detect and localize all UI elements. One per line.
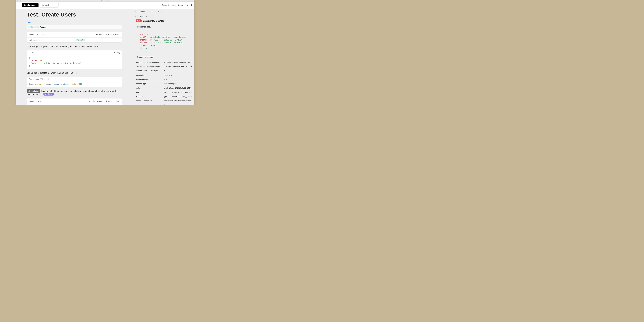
edited-label: Edited 4 minutes xyxy=(162,4,176,6)
imported-headers-panel: Imported Headers Source: Create Users Au… xyxy=(27,32,122,42)
header-key: access-control-allow-origin xyxy=(135,69,162,73)
header-row[interactable]: Authorization {{token}} xyxy=(27,38,122,42)
header-value: {{token}} xyxy=(74,38,122,42)
maximize-window-icon[interactable] xyxy=(20,0,21,1)
link-icon xyxy=(106,34,108,36)
page-title: Test: Create Users xyxy=(27,12,122,18)
body-paragraph[interactable]: Overriding the imported JSON block with … xyxy=(27,45,122,48)
cloud-icon xyxy=(42,4,44,6)
http-method[interactable]: post xyxy=(27,21,122,24)
header-key: content-type xyxy=(135,82,162,86)
source-label: Source: xyxy=(96,34,103,36)
header-row: content-length162 xyxy=(135,77,192,82)
header-row: connectionkeep-alive xyxy=(135,73,192,77)
test-report-toggle[interactable]: ⌄ Test Report xyxy=(134,14,192,18)
url-input[interactable]: {{base}} /users xyxy=(27,25,122,29)
header-key: server xyxy=(135,103,162,105)
editor-pane: Test: Create Users post {{base}} /users … xyxy=(16,9,132,105)
header-key: report-to xyxy=(135,94,162,98)
traffic-lights xyxy=(17,0,21,1)
json-block-panel: JSON Prettify { "name": null, "email": "… xyxy=(27,50,122,69)
body-paragraph[interactable]: @johndorian johndorian have a look at th… xyxy=(27,89,122,96)
url-path: /users xyxy=(39,26,46,28)
header-row: content-typeapplication/json xyxy=(135,82,192,86)
inline-code: null xyxy=(69,72,75,74)
json-editor[interactable]: { "name" : "John Dorian", "email" : "joh… xyxy=(27,104,122,105)
response-pane: 201 Created 394 ms 1.07 KB ⌄ Test Report… xyxy=(132,9,194,105)
status-code: 201 Created xyxy=(135,10,146,12)
imported-json-panel: Imported JSON Prettify Source: Create Us… xyxy=(27,98,122,105)
imported-headers-title: Imported Headers xyxy=(28,34,44,36)
header-key: nel xyxy=(135,90,162,94)
svg-rect-0 xyxy=(190,4,192,6)
response-body-toggle[interactable]: ⌄ Response body xyxy=(134,24,192,29)
header-value: {"group":"heroku-nel","max_age":36 xyxy=(162,94,192,98)
url-variable: {{base}} xyxy=(28,26,39,28)
main-toolbar: Send request local ⌃⌄ Edited 4 minutes S… xyxy=(16,2,194,9)
header-value: * xyxy=(162,69,192,73)
header-key: Authorization xyxy=(27,38,74,42)
titlebar: ApyHub Fusion xyxy=(16,0,194,2)
user-mention[interactable]: @johndorian xyxy=(27,89,40,93)
environment-select[interactable]: local ⌃⌄ xyxy=(40,3,59,8)
status-time: 394 ms xyxy=(147,10,154,12)
response-headers-toggle[interactable]: ⌄ Response headers xyxy=(134,54,192,59)
fail-badge: Fail xyxy=(136,20,142,22)
body-paragraph[interactable]: Expect the request to fail when the name… xyxy=(27,72,122,74)
chevron-updown-icon: ⌃⌄ xyxy=(56,4,57,6)
source-chip-label: Create Users xyxy=(108,100,118,102)
response-body[interactable]: { "name": null, "email": "christurk@sacr… xyxy=(134,29,192,54)
chevron-down-icon: ⌄ xyxy=(135,56,136,58)
source-chip[interactable]: Create Users xyxy=(104,100,120,103)
script-panel: Post request (1796e100) fusion.expect(fu… xyxy=(27,77,122,87)
json-editor[interactable]: { "name": null, "email": "christurk@sacr… xyxy=(27,55,122,69)
mention-tooltip: johndorian xyxy=(44,92,54,96)
window-title: ApyHub Fusion xyxy=(101,0,109,2)
response-status-row: 201 Created 394 ms 1.07 KB xyxy=(134,10,192,12)
script-title: Post request (1796e100) xyxy=(28,78,49,80)
imported-json-title: Imported JSON xyxy=(28,100,42,102)
app-window: ApyHub Fusion Send request local ⌃⌄ Edit… xyxy=(16,0,194,105)
header-value: keep-alive xyxy=(162,73,192,77)
header-value: Wed, 19 Jun 2024 19:31:22 GMT xyxy=(162,86,192,90)
status-size: 1.07 KB xyxy=(155,10,162,12)
header-row: access-control-allow-headersX-Requested-… xyxy=(135,60,192,64)
source-chip-label: Create Users xyxy=(108,34,118,36)
header-value: {"report_to":"heroku-nel","max_age" xyxy=(162,90,192,94)
history-icon[interactable] xyxy=(186,4,188,6)
prettify-button[interactable]: Prettify xyxy=(114,52,120,54)
link-icon xyxy=(106,100,108,102)
header-key: reporting-endpoints xyxy=(135,99,162,103)
json-title: JSON xyxy=(28,52,34,54)
header-row: access-control-allow-origin* xyxy=(135,68,192,73)
test-message: Expected '201' to be '400' xyxy=(143,20,164,22)
test-result-row: Fail Expected '201' to be '400' xyxy=(134,18,192,23)
send-request-button[interactable]: Send request xyxy=(22,3,38,7)
share-button[interactable]: Share xyxy=(178,4,183,6)
header-key: access-control-allow-methods xyxy=(135,64,162,68)
panel-toggle-icon[interactable] xyxy=(190,4,192,6)
header-row: nel{"report_to":"heroku-nel","max_age" xyxy=(135,90,192,94)
sidebar-toggle-icon[interactable] xyxy=(18,4,20,6)
header-value: GET,PUT,POST,DELETE,OPTIONS xyxy=(162,64,192,68)
header-key: date xyxy=(135,86,162,90)
close-window-icon[interactable] xyxy=(17,0,18,1)
prettify-button[interactable]: Prettify xyxy=(89,100,95,102)
header-row: access-control-allow-methodsGET,PUT,POST… xyxy=(135,64,192,68)
chevron-down-icon: ⌄ xyxy=(135,26,136,28)
source-chip[interactable]: Create Users xyxy=(104,33,120,36)
header-value: heroku-nel=https://nel.heroku.com/ xyxy=(162,99,192,103)
header-row: dateWed, 19 Jun 2024 19:31:22 GMT xyxy=(135,86,192,90)
header-row: serverCowboy xyxy=(135,103,192,105)
minimize-window-icon[interactable] xyxy=(19,0,20,1)
header-value: application/json xyxy=(162,82,192,86)
header-row: reporting-endpointsheroku-nel=https://ne… xyxy=(135,98,192,103)
response-headers-table: access-control-allow-headersX-Requested-… xyxy=(134,60,192,105)
header-key: access-control-allow-headers xyxy=(135,60,162,64)
header-key: connection xyxy=(135,73,162,77)
header-key: content-length xyxy=(135,77,162,82)
header-value: Cowboy xyxy=(162,103,192,105)
script-editor[interactable]: fusion.expect(fusion.response.status).to… xyxy=(27,81,122,87)
header-row: report-to{"group":"heroku-nel","max_age"… xyxy=(135,94,192,98)
header-value: 162 xyxy=(162,77,192,82)
